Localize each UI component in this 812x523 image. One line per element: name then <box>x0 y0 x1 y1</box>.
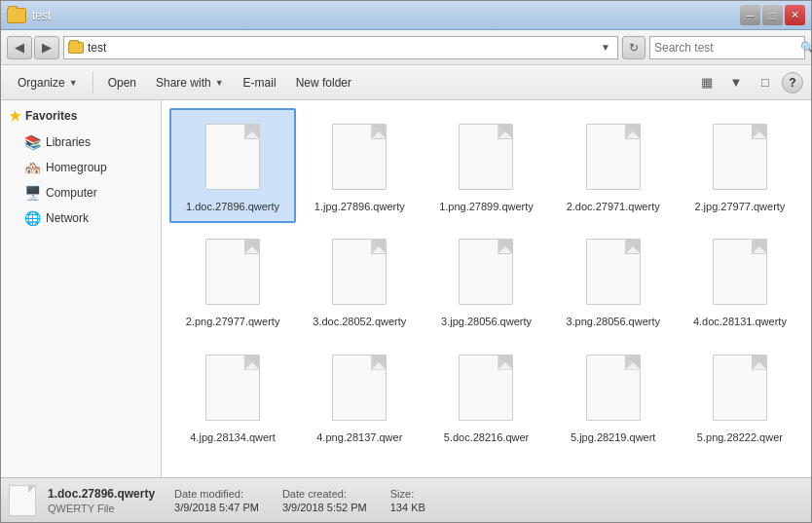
sidebar-item-computer[interactable]: 🖥️ Computer <box>1 182 161 204</box>
email-label: E-mail <box>243 76 277 90</box>
sidebar-label-libraries: Libraries <box>46 135 91 149</box>
sidebar-section-network: 🌐 Network <box>1 207 161 229</box>
address-text: test <box>88 41 106 55</box>
file-item[interactable]: 2.png.27977.qwerty <box>169 223 296 338</box>
pane-toggle-button[interactable]: □ <box>753 71 778 94</box>
doc-icon-fold <box>753 240 766 253</box>
organize-button[interactable]: Organize ▼ <box>9 70 87 95</box>
doc-icon-fold <box>498 240 512 253</box>
date-modified-value: 3/9/2018 5:47 PM <box>174 502 259 513</box>
file-grid-area: 1.doc.27896.qwerty1.jpg.27896.qwerty1.pn… <box>162 100 811 477</box>
file-name: 1.png.27899.qwerty <box>439 200 534 213</box>
view-toggle-button[interactable]: ▦ <box>694 71 720 94</box>
file-item[interactable]: 3.png.28056.qwerty <box>550 223 677 338</box>
window: test ─ □ ✕ ◀ ▶ test ▼ ↻ 🔍 Organize ▼ <box>0 0 812 523</box>
file-icon-container <box>452 233 520 311</box>
doc-icon-fold <box>372 240 386 253</box>
nav-buttons: ◀ ▶ <box>7 36 59 59</box>
file-doc-icon <box>205 124 260 190</box>
help-button[interactable]: ? <box>782 72 803 93</box>
file-item[interactable]: 2.doc.27971.qwerty <box>550 108 677 223</box>
file-doc-icon <box>586 355 641 421</box>
doc-icon-fold <box>372 125 386 138</box>
refresh-button[interactable]: ↻ <box>622 36 646 59</box>
file-item[interactable]: 5.png.28222.qwer <box>677 339 803 454</box>
file-icon-container <box>706 233 774 311</box>
file-icon-container <box>325 349 393 427</box>
sidebar-label-computer: Computer <box>46 186 97 200</box>
file-icon-container <box>199 349 267 427</box>
status-info: 1.doc.27896.qwerty QWERTY File <box>48 487 155 514</box>
sidebar-section-favorites: ★ Favorites <box>1 104 161 128</box>
view-arrow-button[interactable]: ▼ <box>723 71 749 94</box>
doc-icon-fold <box>626 125 640 138</box>
toolbar-separator-1 <box>92 72 93 93</box>
address-box[interactable]: test ▼ <box>63 36 618 59</box>
share-with-arrow-icon: ▼ <box>215 78 224 88</box>
sidebar-item-homegroup[interactable]: 🏘️ Homegroup <box>1 157 161 178</box>
search-box[interactable]: 🔍 <box>649 36 805 59</box>
sidebar-label-homegroup: Homegroup <box>46 161 107 174</box>
file-item[interactable]: 4.doc.28131.qwerty <box>677 223 803 338</box>
file-doc-icon <box>713 355 767 421</box>
file-item[interactable]: 1.doc.27896.qwerty <box>169 108 296 223</box>
status-file-icon <box>9 485 36 516</box>
doc-icon-fold <box>753 355 766 369</box>
file-doc-icon <box>586 239 641 305</box>
file-item[interactable]: 3.doc.28052.qwerty <box>296 223 423 338</box>
file-doc-icon <box>332 239 387 305</box>
file-item[interactable]: 2.jpg.27977.qwerty <box>677 108 803 223</box>
toolbar-right: ▦ ▼ □ ? <box>694 71 803 94</box>
date-created-label: Date created: <box>282 488 367 500</box>
file-item[interactable]: 4.jpg.28134.qwert <box>169 339 296 454</box>
homegroup-icon: 🏘️ <box>24 160 40 175</box>
file-doc-icon <box>586 124 641 190</box>
file-item[interactable]: 1.png.27899.qwerty <box>423 108 549 223</box>
file-name: 2.png.27977.qwerty <box>186 315 280 328</box>
file-item[interactable]: 1.jpg.27896.qwerty <box>296 108 423 223</box>
file-name: 4.doc.28131.qwerty <box>693 315 787 328</box>
file-icon-container <box>706 118 774 196</box>
share-with-button[interactable]: Share with ▼ <box>147 70 233 95</box>
file-item[interactable]: 5.doc.28216.qwer <box>423 339 549 454</box>
sidebar-item-libraries[interactable]: 📚 Libraries <box>1 131 161 153</box>
file-icon-container <box>452 349 520 427</box>
search-icon[interactable]: 🔍 <box>800 41 812 55</box>
file-name: 2.jpg.27977.qwerty <box>694 200 785 213</box>
search-input[interactable] <box>654 41 800 55</box>
file-name: 4.jpg.28134.qwert <box>190 430 275 444</box>
doc-icon-fold <box>498 125 512 138</box>
forward-button[interactable]: ▶ <box>34 36 59 59</box>
open-label: Open <box>108 76 136 90</box>
new-folder-button[interactable]: New folder <box>287 70 360 95</box>
sidebar-item-network[interactable]: 🌐 Network <box>1 207 161 229</box>
address-folder-icon <box>68 42 84 54</box>
close-button[interactable]: ✕ <box>785 5 805 25</box>
back-button[interactable]: ◀ <box>7 36 32 59</box>
file-name: 3.doc.28052.qwerty <box>313 315 406 328</box>
file-doc-icon <box>332 124 387 190</box>
file-doc-icon <box>713 239 767 305</box>
date-modified-label: Date modified: <box>174 488 259 500</box>
titlebar-left: test <box>7 8 51 23</box>
file-item[interactable]: 4.png.28137.qwer <box>296 339 423 454</box>
doc-icon-fold <box>498 355 512 369</box>
address-dropdown-arrow[interactable]: ▼ <box>598 37 613 58</box>
titlebar-controls: ─ □ ✕ <box>740 5 805 25</box>
toolbar: Organize ▼ Open Share with ▼ E-mail New … <box>1 65 811 100</box>
email-button[interactable]: E-mail <box>235 70 285 95</box>
sidebar-header-favorites[interactable]: ★ Favorites <box>1 104 161 128</box>
organize-arrow-icon: ▼ <box>69 78 78 88</box>
file-icon-container <box>199 118 267 196</box>
file-item[interactable]: 5.jpg.28219.qwert <box>550 339 677 454</box>
maximize-button[interactable]: □ <box>762 5 783 25</box>
doc-icon-fold <box>245 240 259 253</box>
sidebar-section-libraries: 📚 Libraries <box>1 131 161 153</box>
open-button[interactable]: Open <box>99 70 145 95</box>
addressbar: ◀ ▶ test ▼ ↻ 🔍 <box>1 30 811 65</box>
minimize-button[interactable]: ─ <box>740 5 760 25</box>
file-doc-icon <box>713 124 767 190</box>
file-item[interactable]: 3.jpg.28056.qwerty <box>423 223 549 338</box>
new-folder-label: New folder <box>296 76 351 90</box>
statusbar: 1.doc.27896.qwerty QWERTY File Date modi… <box>1 477 811 522</box>
